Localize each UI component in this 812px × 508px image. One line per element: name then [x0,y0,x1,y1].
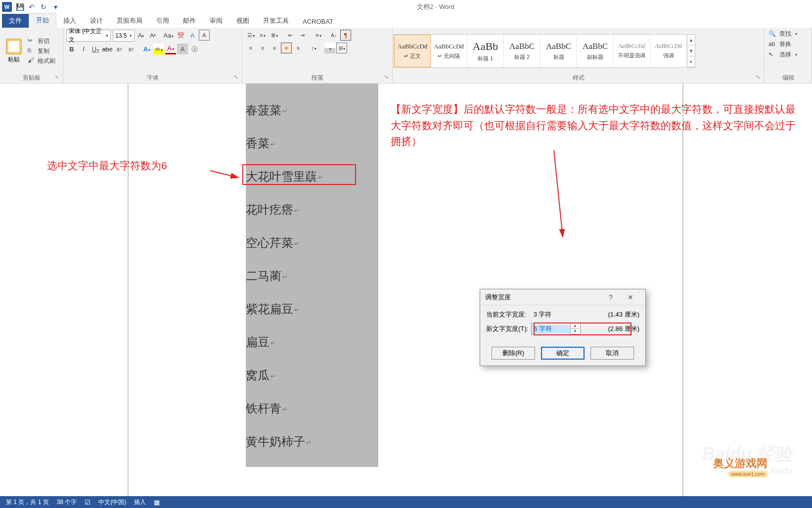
change-case-button[interactable]: Aa [163,30,174,41]
borders-button[interactable]: ⊞ [336,43,347,53]
tab-home[interactable]: 开始 [29,13,56,28]
find-button[interactable]: 🔍查找▾ [768,30,808,38]
clipboard-dialog-launcher-icon[interactable]: ⤡ [55,74,62,81]
tab-review[interactable]: 审阅 [203,14,229,28]
doc-line[interactable]: 窝瓜 [246,368,276,383]
dialog-help-icon[interactable]: ? [601,293,621,301]
bold-button[interactable]: B [66,44,77,54]
underline-button[interactable]: U [90,44,101,54]
status-page[interactable]: 第 1 页，共 1 页 [6,498,49,507]
tab-insert[interactable]: 插入 [56,14,83,28]
numbering-button[interactable]: ≡ [257,30,268,41]
tab-view[interactable]: 视图 [229,14,256,28]
font-name-combobox[interactable]: 宋体 (中文正文 [66,30,111,42]
decrease-indent-button[interactable]: ⇤ [285,30,296,41]
highlight-button[interactable]: ab [153,44,164,54]
document-area[interactable]: 春菠菜香菜大花叶雪里蕻花叶疙瘩空心芹菜二马蔺紫花扁豆扁豆窝瓜铁杆青黄牛奶柿子 选… [0,84,812,496]
dialog-remove-button[interactable]: 删除(R) [492,347,535,360]
doc-line[interactable]: 花叶疙瘩 [246,202,300,218]
tab-references[interactable]: 引用 [149,14,176,28]
svg-line-1 [554,150,563,237]
doc-line[interactable]: 紫花扁豆 [246,301,300,317]
align-right-button[interactable]: ≡ [269,43,280,53]
doc-line[interactable]: 空心芹菜 [246,235,300,251]
redo-icon[interactable]: ↻ [38,1,49,13]
shading-button[interactable] [324,43,335,53]
style-item[interactable]: AaBbC标题 [541,35,577,67]
cut-button[interactable]: ✂剪切 [28,37,55,46]
tab-file[interactable]: 文件 [2,14,29,28]
show-paragraph-marks-button[interactable]: ¶ [340,30,351,41]
status-macro-icon[interactable]: ▦ [154,499,160,506]
doc-line[interactable]: 香菜 [246,136,276,151]
asian-layout-button[interactable]: ✕ [313,30,323,41]
clear-formatting-button[interactable]: A [187,30,198,41]
word-logo-icon: W [2,2,12,12]
align-justify-button[interactable]: ≡ [281,43,292,53]
increase-indent-button[interactable]: ⇥ [297,30,308,41]
save-icon[interactable]: 💾 [14,1,26,13]
text-effects-button[interactable]: A [141,44,152,54]
paste-button[interactable]: 粘贴 [3,38,25,65]
format-painter-button[interactable]: 🖌格式刷 [28,57,55,65]
align-left-button[interactable]: ≡ [245,43,256,53]
tab-acrobat[interactable]: ACROBAT [296,15,340,28]
enclose-char-button[interactable]: ㊤ [189,44,200,54]
style-item[interactable]: AaBbC副标题 [577,35,614,67]
tab-layout[interactable]: 页面布局 [110,14,149,28]
status-spellcheck-icon[interactable]: ☑ [85,499,90,506]
multilevel-list-button[interactable]: ≣ [269,30,280,41]
line-spacing-button[interactable]: ↕ [309,43,319,53]
ribbon-tabs: 文件 开始 插入 设计 页面布局 引用 邮件 审阅 视图 开发工具 ACROBA… [0,14,812,28]
style-item[interactable]: AaBbCcDd↵ 无间隔 [431,35,467,67]
doc-line[interactable]: 扁豆 [246,334,276,350]
doc-line[interactable]: 春菠菜 [246,102,288,118]
align-center-button[interactable]: ≡ [257,43,268,53]
doc-line[interactable]: 黄牛奶柿子 [246,434,312,450]
sort-button[interactable]: A↓ [328,30,339,41]
distribute-button[interactable]: ≡ [293,43,304,53]
styles-scroll[interactable]: ▲▼▾ [687,35,695,67]
tab-developer[interactable]: 开发工具 [256,14,296,28]
grow-font-button[interactable]: A▴ [135,30,146,41]
shrink-font-button[interactable]: A▾ [147,30,158,41]
status-words[interactable]: 38 个字 [57,498,77,507]
style-item[interactable]: AaBbC标题 2 [504,35,541,67]
group-label-paragraph: 段落 [242,74,392,82]
tab-mailings[interactable]: 邮件 [176,14,203,28]
font-size-combobox[interactable]: 13.5 [113,30,135,42]
styles-gallery[interactable]: AaBbCcDd↵ 正文AaBbCcDd↵ 无间隔AaBb标题 1AaBbC标题… [394,34,695,68]
font-color-button[interactable]: A [165,44,176,54]
style-item[interactable]: AaBbCcDd↵ 正文 [394,35,431,67]
fit-text-dialog: 调整宽度 ? ✕ 当前文字宽度: 3 字符 (1.43 厘米) 新文字宽度(T)… [480,289,646,366]
italic-button[interactable]: I [78,44,89,54]
status-insert-mode[interactable]: 插入 [134,498,146,507]
char-border-button[interactable]: A [199,30,210,41]
dialog-cancel-button[interactable]: 取消 [590,347,634,360]
strikethrough-button[interactable]: abc [102,44,113,54]
group-clipboard: 粘贴 ✂剪切 ⎘复制 🖌格式刷 剪贴板 ⤡ [0,28,63,83]
doc-line[interactable]: 二马蔺 [246,268,288,284]
superscript-button[interactable]: x2 [126,44,136,54]
replace-button[interactable]: ab替换 [768,40,808,48]
subscript-button[interactable]: x2 [114,44,125,54]
font-dialog-launcher-icon[interactable]: ⤡ [234,74,241,81]
group-font: 宋体 (中文正文 13.5 A▴ A▾ Aa 變 A A B I U abc x… [63,28,242,83]
style-item[interactable]: AaBbCcDd不明显强调 [614,35,650,67]
bullets-button[interactable]: ☰ [245,30,256,41]
dialog-ok-button[interactable]: 确定 [541,347,585,360]
tab-design[interactable]: 设计 [83,14,110,28]
style-item[interactable]: AaBbCcDd强调 [650,35,687,67]
phonetic-guide-button[interactable]: 變 [175,30,186,41]
paragraph-dialog-launcher-icon[interactable]: ⤡ [384,74,391,81]
char-shading-button[interactable]: A [177,44,188,54]
doc-line[interactable]: 铁杆青 [246,401,288,416]
style-item[interactable]: AaBb标题 1 [467,35,504,67]
select-button[interactable]: ↖选择▾ [768,50,808,59]
dialog-close-icon[interactable]: ✕ [621,293,640,301]
undo-icon[interactable]: ↶ [26,1,38,13]
styles-dialog-launcher-icon[interactable]: ⤡ [756,74,763,81]
qat-customize-icon[interactable]: ▾ [49,1,61,13]
status-language[interactable]: 中文(中国) [98,498,126,507]
copy-button[interactable]: ⎘复制 [28,47,55,55]
